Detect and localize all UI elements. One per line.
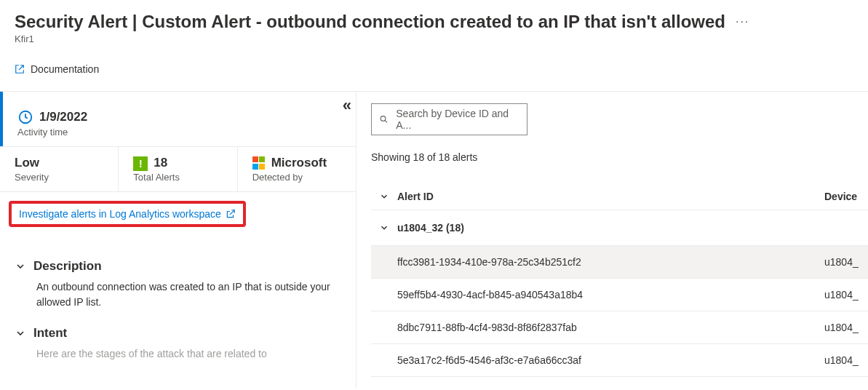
more-actions-icon[interactable]: ··· (733, 15, 752, 28)
search-input[interactable]: Search by Device ID and A... (371, 103, 527, 135)
detected-by-label: Detected by (252, 172, 341, 183)
intent-heading: Intent (33, 326, 67, 341)
severity-label: Severity (15, 172, 103, 183)
chevron-down-icon[interactable] (379, 191, 389, 202)
search-placeholder: Search by Device ID and A... (396, 108, 519, 131)
chevron-down-icon (15, 327, 26, 339)
collapse-panel-icon[interactable]: « (343, 96, 351, 115)
intent-toggle[interactable]: Intent (15, 326, 341, 341)
col-device[interactable]: Device (824, 191, 868, 202)
microsoft-logo-icon (252, 156, 266, 170)
activity-date: 1/9/2022 (39, 110, 87, 124)
documentation-label: Documentation (31, 63, 99, 75)
table-group-row[interactable]: u1804_32 (18) (371, 210, 868, 246)
chevron-down-icon (15, 260, 26, 272)
cell-device: u1804_ (824, 256, 868, 268)
result-count: Showing 18 of 18 alerts (371, 151, 868, 163)
col-alert-id[interactable]: Alert ID (397, 191, 824, 202)
description-heading: Description (33, 259, 102, 274)
cell-device: u1804_ (824, 289, 868, 301)
table-row[interactable]: 8dbc7911-88fb-4cf4-983d-8f86f2837fabu180… (371, 311, 868, 344)
external-link-icon (15, 64, 25, 74)
cell-alert-id: ffcc3981-1934-410e-978a-25c34b251cf2 (397, 256, 824, 268)
description-body: An outbound connection was created to an… (15, 279, 341, 310)
intent-body: Here are the stages of the attack that a… (15, 346, 341, 362)
total-alerts-value: 18 (154, 156, 167, 170)
external-link-icon (226, 209, 236, 219)
table-row[interactable]: ffcc3981-1934-410e-978a-25c34b251cf2u180… (371, 246, 868, 279)
severity-value: Low (15, 156, 103, 170)
page-title: Security Alert | Custom Alert - outbound… (15, 12, 725, 32)
alert-badge-icon: ! (133, 156, 148, 171)
breadcrumb: Kfir1 (15, 33, 853, 44)
table-row[interactable]: 5e3a17c2-f6d5-4546-af3c-e7a6a66cc3afu180… (371, 344, 868, 377)
detected-by-tile: Microsoft Detected by (237, 147, 356, 191)
cell-alert-id: 59eff5b4-4930-4acf-b845-a940543a18b4 (397, 289, 824, 301)
chevron-down-icon (379, 223, 389, 233)
search-icon (379, 114, 389, 124)
table-row[interactable]: 59eff5b4-4930-4acf-b845-a940543a18b4u180… (371, 279, 868, 311)
cell-device: u1804_ (824, 354, 868, 366)
group-label: u1804_32 (18) (397, 222, 824, 234)
total-alerts-label: Total Alerts (133, 172, 222, 183)
description-toggle[interactable]: Description (15, 259, 341, 274)
cell-alert-id: 8dbc7911-88fb-4cf4-983d-8f86f2837fab (397, 322, 824, 333)
clock-icon (17, 109, 33, 125)
cell-device: u1804_ (824, 322, 868, 333)
cell-alert-id: 5e3a17c2-f6d5-4546-af3c-e7a6a66cc3af (397, 354, 824, 366)
investigate-alerts-label[interactable]: Investigate alerts in Log Analytics work… (19, 208, 221, 220)
total-alerts-tile: ! 18 Total Alerts (118, 147, 236, 191)
documentation-link[interactable]: Documentation (15, 63, 99, 75)
detected-by-value: Microsoft (271, 156, 327, 170)
severity-tile: Low Severity (0, 147, 118, 191)
svg-point-1 (381, 116, 386, 122)
investigate-alerts-link[interactable]: Investigate alerts in Log Analytics work… (9, 201, 246, 227)
activity-time-label: Activity time (17, 127, 341, 138)
table-header: Alert ID Device (371, 183, 868, 210)
